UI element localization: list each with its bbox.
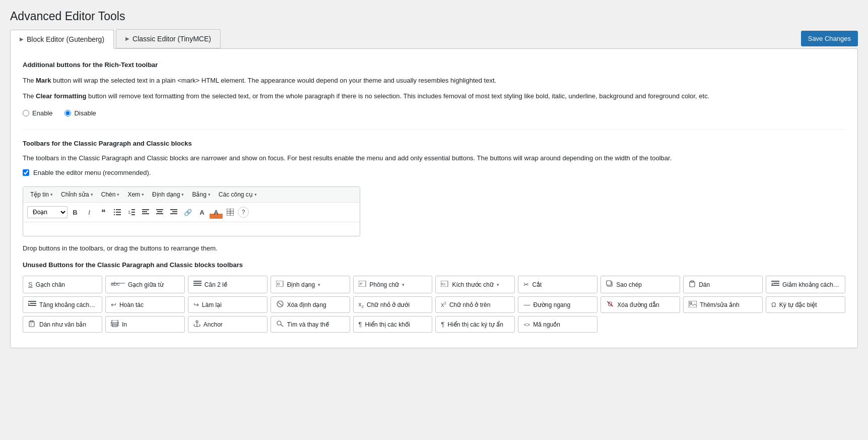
bold-button[interactable]: B [69,206,82,219]
menu-insert-label: Chèn [101,191,116,198]
unused-btn-redo[interactable]: ↪ Làm lại [188,296,268,313]
unused-btn-charmap[interactable]: Ω Ký tự đặc biệt [766,296,845,313]
menu-view-caret: ▾ [142,192,144,197]
tab-block-editor[interactable]: ▶ Block Editor (Gutenberg) [10,30,114,49]
toolbar-menubar: Tệp tin ▾ Chỉnh sửa ▾ Chèn ▾ Xem ▾ [23,187,360,203]
svg-line-47 [278,302,282,305]
unused-btn-format[interactable]: Đ Định dạng ▾ [271,276,350,293]
unused-btn-anchor[interactable]: Anchor [188,316,268,333]
unused-btn-visualblocks[interactable]: ¶ Hiển thị các khối [353,316,433,333]
unused-btn-underline[interactable]: S Gạch chân [23,276,102,293]
print-icon [111,320,119,329]
help-button[interactable]: ? [238,207,249,218]
unused-btn-image[interactable]: Thêm/sửa ảnh [683,296,763,313]
tabs-bar: ▶ Block Editor (Gutenberg) ▶ Classic Edi… [0,29,868,48]
menu-table-caret: ▾ [208,192,211,197]
menu-insert-caret: ▾ [117,192,119,197]
hr-icon: — [523,301,530,308]
menu-item-table[interactable]: Bảng ▾ [188,189,214,200]
unused-btn-hr[interactable]: — Đường ngang [518,296,597,313]
font-button[interactable]: A [195,206,209,219]
indent-icon [28,301,36,308]
unused-btn-font[interactable]: P Phông chữ ▾ [353,276,433,293]
unused-btn-paste[interactable]: Dán [683,276,763,293]
undo-label: Hoàn tác [119,301,144,308]
unused-btn-indent[interactable]: Tăng khoảng cách t... [23,296,102,313]
menu-item-format[interactable]: Định dạng ▾ [148,189,188,200]
charmap-icon: Ω [771,301,776,308]
unused-btn-outdent[interactable]: Giảm khoảng cách t... [766,276,845,293]
unused-btn-copy[interactable]: Sao chép [600,276,680,293]
unused-btn-removeformat[interactable]: Xóa định dạng [271,296,350,313]
unused-btn-fontsize[interactable]: Kc Kích thước chữ ▾ [435,276,515,293]
ordered-list-button[interactable]: 1. [125,206,138,219]
unordered-list-button[interactable] [111,206,124,219]
clear-format-description: The Clear formatting button will remove … [23,91,845,102]
anchor-icon [193,320,201,329]
unused-btn-cut[interactable]: ✂ Cắt [518,276,597,293]
content-area: Additional buttons for the Rich-Text too… [10,48,858,348]
font-family-icon: P [359,281,367,288]
unused-btn-strikethrough[interactable]: abc Gạch giữa từ [105,276,185,293]
unused-buttons-grid: S Gạch chân abc Gạch giữa từ Căn 2 lề [23,276,845,333]
unused-btn-subscript[interactable]: x2 Chữ nhỏ ở dưới [353,296,433,313]
align-left-button[interactable] [139,206,152,219]
enable-radio[interactable] [23,110,29,116]
blockquote-button[interactable]: ❝ [97,206,110,219]
menu-table-label: Bảng [192,191,206,198]
menu-item-file[interactable]: Tệp tin ▾ [26,189,57,200]
unused-btn-pastetext[interactable]: T Dán như văn bản [23,316,102,333]
svg-rect-5 [116,214,121,215]
enable-menu-checkbox[interactable] [23,169,29,176]
disable-radio[interactable] [64,110,71,116]
link-button[interactable]: 🔗 [181,206,194,219]
unused-btn-visualchars[interactable]: ¶ Hiển thị các ký tự ẩn [435,316,515,333]
charmap-label: Ký tự đặc biệt [779,301,817,308]
unused-btn-print[interactable]: In [105,316,185,333]
print-label: In [122,321,127,328]
unlink-icon [606,300,614,309]
rich-text-section: Additional buttons for the Rich-Text too… [23,61,845,117]
menu-item-insert[interactable]: Chèn ▾ [97,189,124,200]
clear-format-bold: Clear formatting [36,92,86,100]
unused-btn-unlink[interactable]: Xóa đường dẫn [600,296,680,313]
svg-text:Kc: Kc [441,282,446,286]
svg-rect-26 [193,283,202,284]
unused-btn-justify[interactable]: Căn 2 lề [188,276,268,293]
paragraph-select[interactable]: Đoạn [27,206,68,218]
toolbar-drop-zone [23,222,360,236]
disable-radio-label[interactable]: Disable [64,109,96,117]
unused-btn-undo[interactable]: ↩ Hoàn tác [105,296,185,313]
enable-radio-label[interactable]: Enable [23,109,52,117]
svg-rect-2 [114,212,115,213]
enable-menu-checkbox-label[interactable]: Enable the editor menu (recommended). [23,169,845,176]
save-changes-button[interactable]: Save Changes [801,31,858,46]
table-button[interactable] [224,206,237,219]
svg-text:1.: 1. [128,210,132,215]
unused-btn-codesample[interactable]: <> Mã nguồn [518,316,597,333]
align-center-button[interactable] [153,206,166,219]
superscript-label: Chữ nhỏ ở trên [449,301,490,308]
cut-label: Cắt [532,281,542,288]
svg-text:T: T [30,323,32,326]
unused-btn-superscript[interactable]: x2 Chữ nhỏ ở trên [435,296,515,313]
menu-item-view[interactable]: Xem ▾ [123,189,148,200]
menu-item-edit[interactable]: Chỉnh sửa ▾ [57,189,97,200]
svg-marker-45 [28,303,30,305]
svg-rect-7 [131,209,135,210]
italic-button[interactable]: I [83,206,96,219]
rich-text-title: Additional buttons for the Rich-Text too… [23,61,845,69]
svg-point-57 [196,321,198,323]
align-right-button[interactable] [167,206,180,219]
menu-item-tools[interactable]: Các công cụ ▾ [215,189,261,200]
outdent-icon [771,281,779,288]
clear-format-desc-text: button will remove text formatting from … [88,92,709,100]
codesample-label: Mã nguồn [533,321,560,328]
unused-btn-searchreplace[interactable]: Tìm và thay thế [271,316,350,333]
toolbars-description: The toolbars in the Classic Paragraph an… [23,153,845,164]
cut-icon: ✂ [523,281,529,288]
font-color-button[interactable]: A [210,206,223,219]
svg-rect-40 [771,285,779,286]
svg-rect-39 [773,283,779,284]
tab-classic-editor[interactable]: ▶ Classic Editor (TinyMCE) [116,29,221,48]
